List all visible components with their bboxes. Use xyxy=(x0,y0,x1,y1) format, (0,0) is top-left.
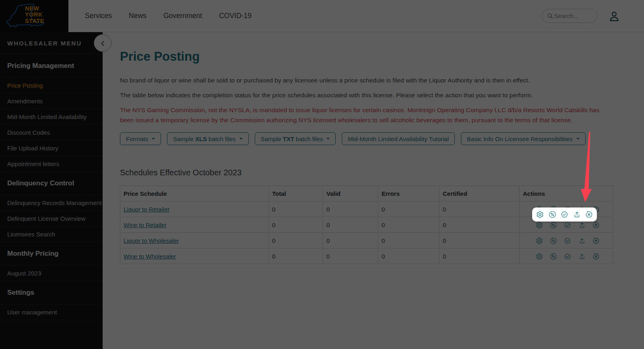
gear-icon[interactable] xyxy=(536,222,543,229)
col-actions: Actions xyxy=(520,186,613,201)
percent-badge-icon[interactable] xyxy=(549,211,556,218)
nys-logo[interactable]: NEW YORK STATE xyxy=(0,0,68,32)
certified-value: 0 xyxy=(440,217,520,233)
caret-down-icon xyxy=(152,138,155,141)
formats-button[interactable]: Formats xyxy=(120,132,161,145)
valid-value: 0 xyxy=(323,201,378,217)
sidebar-item-amendments[interactable]: Amendments xyxy=(0,93,103,109)
table-header-row: Price Schedule Total Valid Errors Certif… xyxy=(120,186,613,201)
errors-value: 0 xyxy=(378,233,440,248)
nav-government[interactable]: Government xyxy=(163,12,202,20)
sidebar-item-appointment-letters[interactable]: Appointment letters xyxy=(0,156,103,172)
sidebar-header-settings: Settings xyxy=(0,281,103,304)
valid-value: 0 xyxy=(323,248,378,264)
total-value: 0 xyxy=(269,217,323,233)
sidebar-item-licensees-search[interactable]: Licensees Search xyxy=(0,226,103,242)
certified-value: 0 xyxy=(440,201,520,217)
col-price-schedule: Price Schedule xyxy=(120,186,269,201)
caret-down-icon xyxy=(326,138,330,141)
errors-value: 0 xyxy=(378,248,440,264)
rollover-r-icon[interactable] xyxy=(585,211,593,218)
gear-icon[interactable] xyxy=(536,253,543,260)
user-account-icon[interactable] xyxy=(608,10,621,23)
table-row: Wine to Wholesaler 0 0 0 0 xyxy=(120,248,613,264)
wine-to-retailer-link[interactable]: Wine to Retailer xyxy=(124,222,167,228)
search-input[interactable] xyxy=(554,12,590,19)
nav-services[interactable]: Services xyxy=(85,12,112,20)
col-total: Total xyxy=(269,186,323,201)
intro-paragraph-2: The table below indicates the completion… xyxy=(120,90,613,100)
caret-down-icon xyxy=(239,138,243,141)
upload-icon[interactable] xyxy=(578,253,586,260)
upload-icon[interactable] xyxy=(578,237,586,244)
resource-buttons-row: Formats Sample XLS batch files Sample TX… xyxy=(120,132,613,145)
certified-value: 0 xyxy=(440,248,520,264)
sidebar-item-discount-codes[interactable]: Discount Codes xyxy=(0,125,103,140)
check-circle-icon[interactable] xyxy=(564,253,571,260)
rollover-r-icon[interactable] xyxy=(592,237,600,244)
wholesaler-sidebar: WHOLESALER MENU Pricing Management Price… xyxy=(0,32,103,349)
nav-news[interactable]: News xyxy=(129,12,147,20)
top-header: NEW YORK STATE Services News Government … xyxy=(0,0,644,32)
check-circle-icon[interactable] xyxy=(564,222,571,229)
rollover-r-icon[interactable] xyxy=(592,253,600,260)
sidebar-header-pricing-management: Pricing Management xyxy=(0,54,103,78)
upload-icon[interactable] xyxy=(573,211,581,218)
sidebar-header-delinquency-control: Delinquency Control xyxy=(0,172,103,195)
gear-icon[interactable] xyxy=(536,237,543,244)
certified-value: 0 xyxy=(440,233,520,248)
total-value: 0 xyxy=(269,248,323,264)
sidebar-title: WHOLESALER MENU xyxy=(0,32,103,54)
sidebar-item-file-upload-history[interactable]: File Upload History xyxy=(0,140,103,156)
caret-down-icon xyxy=(576,138,580,141)
sidebar-item-delinquency-records-management[interactable]: Delinquency Records Management xyxy=(0,195,103,211)
schedules-section-title: Schedules Effective October 2023 xyxy=(120,168,613,177)
col-errors: Errors xyxy=(378,186,440,201)
actions-spotlight xyxy=(532,207,597,222)
sidebar-item-august-2023[interactable]: August 2023 xyxy=(0,265,103,281)
sample-txt-batch-files-button[interactable]: Sample TXT batch files xyxy=(255,132,336,145)
sidebar-item-delinquent-license-overview[interactable]: Delinquent License Overview xyxy=(0,211,103,226)
valid-value: 0 xyxy=(323,217,378,233)
percent-badge-icon[interactable] xyxy=(550,222,557,229)
table-row: Liquor to Wholesaler 0 0 0 0 xyxy=(120,233,613,248)
rollover-r-icon[interactable] xyxy=(592,222,600,229)
check-circle-icon[interactable] xyxy=(561,211,568,218)
col-certified: Certified xyxy=(440,186,520,201)
sidebar-item-price-posting[interactable]: Price Posting xyxy=(0,78,103,93)
wine-to-wholesaler-link[interactable]: Wine to Wholesaler xyxy=(124,253,176,260)
search-icon xyxy=(546,12,554,20)
errors-value: 0 xyxy=(378,201,440,217)
liquor-to-wholesaler-link[interactable]: Liquor to Wholesaler xyxy=(124,237,179,244)
upload-icon[interactable] xyxy=(578,222,586,229)
intro-paragraph-1: No brand of liquor or wine shall be sold… xyxy=(120,76,613,85)
main-content: Price Posting No brand of liquor or wine… xyxy=(103,32,644,349)
search-box[interactable] xyxy=(542,9,597,23)
chevron-left-icon xyxy=(98,38,108,48)
sidebar-header-monthly-pricing: Monthly Pricing xyxy=(0,242,103,265)
col-valid: Valid xyxy=(323,186,378,201)
mid-month-tutorial-button[interactable]: Mid-Month Limited Availability Tutorial xyxy=(342,132,455,145)
row-actions xyxy=(520,233,613,248)
liquor-to-retailer-link[interactable]: Liquor to Retailer xyxy=(124,206,169,213)
percent-badge-icon[interactable] xyxy=(550,237,557,244)
gear-icon[interactable] xyxy=(536,211,544,218)
errors-value: 0 xyxy=(378,217,440,233)
schedules-table: Price Schedule Total Valid Errors Certif… xyxy=(120,185,613,264)
logo-wordmark: NEW YORK STATE xyxy=(25,6,44,25)
nav-covid-19[interactable]: COVID-19 xyxy=(219,12,252,20)
row-actions xyxy=(520,248,613,264)
percent-badge-icon[interactable] xyxy=(550,253,557,260)
sidebar-item-mid-month-limited-availability[interactable]: Mid-Month Limited Availability xyxy=(0,109,103,125)
sample-xls-batch-files-button[interactable]: Sample XLS batch files xyxy=(167,132,249,145)
sidebar-item-user-management[interactable]: User management xyxy=(0,304,103,320)
total-value: 0 xyxy=(269,233,323,248)
top-navigation: Services News Government COVID-19 xyxy=(85,12,252,20)
total-value: 0 xyxy=(269,201,323,217)
page-title: Price Posting xyxy=(120,48,613,65)
valid-value: 0 xyxy=(323,233,378,248)
check-circle-icon[interactable] xyxy=(564,237,571,244)
basic-info-responsibilities-button[interactable]: Basic Info On Licensee Responsibilities xyxy=(461,132,586,145)
sidebar-collapse-button[interactable] xyxy=(94,34,111,52)
gaming-commission-notice: The NYS Gaming Commission, not the NYSLA… xyxy=(120,105,613,125)
